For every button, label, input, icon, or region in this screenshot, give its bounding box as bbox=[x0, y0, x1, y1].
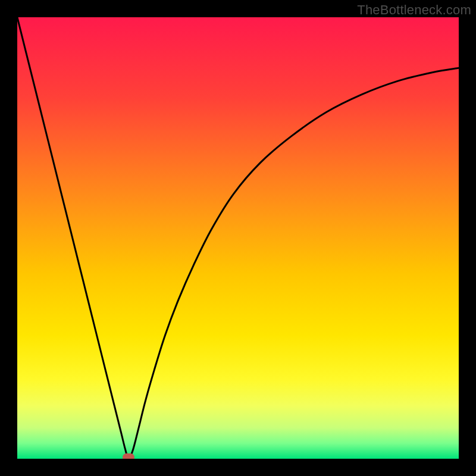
plot-area bbox=[17, 17, 459, 459]
branding-label: TheBottleneck.com bbox=[357, 2, 471, 18]
minimum-marker bbox=[123, 453, 134, 459]
chart-frame: TheBottleneck.com bbox=[0, 0, 476, 476]
bottleneck-curve bbox=[17, 17, 459, 459]
